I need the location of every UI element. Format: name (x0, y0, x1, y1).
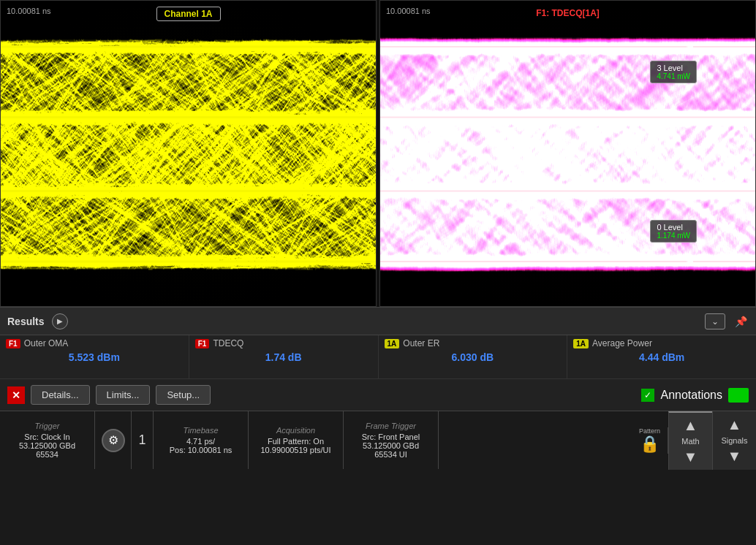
meas-outer-er-header: 1A Outer ER (385, 338, 562, 348)
signals-arrow-down: ▼ (727, 448, 742, 465)
meas-outer-oma-badge: F1 (6, 339, 20, 348)
signals-label: Signals (721, 436, 747, 445)
signals-button[interactable]: ▲ Signals ▼ (712, 411, 756, 470)
meas-avg-power: 1A Average Power 4.44 dBm (567, 335, 756, 378)
meas-tdecq-badge: F1 (195, 339, 210, 348)
math-label: Math (681, 437, 699, 446)
annotation-0level: 0 Level 1.174 mW (650, 220, 697, 243)
meas-outer-er-value: 6.030 dB (385, 351, 562, 363)
math-button[interactable]: ▲ Math ▼ (668, 411, 712, 470)
frame-trigger-section: Frame Trigger Src: Front Panel 53.125000… (344, 411, 439, 469)
channel2-canvas (380, 1, 755, 307)
timebase-section: Timebase 4.71 ps/ Pos: 10.00081 ns (154, 411, 249, 469)
results-panel: Results ▶ ⌄ 📌 F1 Outer OMA 5.523 dBm F1 … (0, 307, 756, 411)
channel1-label: Channel 1A (156, 7, 220, 21)
meas-avg-power-name: Average Power (592, 338, 652, 348)
error-icon[interactable]: ✕ (7, 386, 25, 404)
channel1-canvas (1, 1, 377, 307)
timebase-pos: Pos: 10.00081 ns (162, 446, 239, 454)
annotation-3level-value: 4.741 mW (657, 72, 690, 80)
meas-outer-oma: F1 Outer OMA 5.523 dBm (0, 335, 189, 378)
meas-tdecq-header: F1 TDECQ (195, 338, 372, 348)
annotation-3level: 3 Level 4.741 mW (650, 61, 697, 83)
annotation-0level-title: 0 Level (657, 223, 690, 232)
math-arrow-up: ▲ (684, 417, 698, 434)
gear-icon: ⚙ (102, 429, 125, 452)
meas-outer-oma-name: Outer OMA (24, 338, 69, 348)
annotations-color-swatch (728, 388, 749, 403)
pattern-label: Pattern (639, 427, 660, 435)
bottom-buttons: ✕ Details... Limits... Setup... ✓ Annota… (0, 379, 756, 411)
signals-arrow-up: ▲ (727, 416, 742, 433)
meas-avg-power-value: 4.44 dBm (573, 351, 750, 363)
meas-avg-power-badge: 1A (573, 339, 589, 348)
measurements-row: F1 Outer OMA 5.523 dBm F1 TDECQ 1.74 dB … (0, 335, 756, 379)
frame-trigger-src: Src: Front Panel (352, 432, 429, 441)
right-controls: Pattern 🔒 ▲ Math ▼ ▲ Signals ▼ (632, 411, 756, 469)
timebase-ps: 4.71 ps/ (162, 437, 239, 446)
annotations-section: ✓ Annotations (641, 388, 749, 403)
annotation-3level-title: 3 Level (657, 64, 690, 72)
annotation-0level-value: 1.174 mW (657, 232, 690, 240)
collapse-button[interactable]: ⌄ (705, 313, 725, 329)
meas-outer-oma-value: 5.523 dBm (6, 351, 183, 363)
play-button[interactable]: ▶ (52, 313, 68, 329)
trigger-section: Trigger Src: Clock In 53.125000 GBd 6553… (0, 411, 95, 469)
meas-outer-er-name: Outer ER (403, 338, 439, 348)
frame-trigger-freq: 53.125000 GBd (352, 441, 429, 450)
acquisition-mode: Full Pattern: On (257, 437, 334, 446)
channel2-time-label: 10.00081 ns (386, 7, 431, 15)
meas-tdecq: F1 TDECQ 1.74 dB (189, 335, 379, 378)
details-button[interactable]: Details... (31, 385, 90, 405)
meas-tdecq-name: TDECQ (213, 338, 243, 348)
meas-avg-power-header: 1A Average Power (573, 338, 750, 348)
display-area: 10.00081 ns Channel 1A 10.00081 ns F1: T… (0, 0, 756, 307)
timebase-title: Timebase (162, 426, 239, 435)
meas-tdecq-value: 1.74 dB (195, 351, 372, 363)
results-header: Results ▶ ⌄ 📌 (0, 308, 756, 335)
trigger-src: Src: Clock In (9, 432, 86, 441)
meas-outer-oma-header: F1 Outer OMA (6, 338, 183, 348)
channel1-display: 10.00081 ns Channel 1A (0, 0, 377, 307)
lock-section: Pattern 🔒 (632, 427, 668, 454)
meas-outer-er: 1A Outer ER 6.030 dB (379, 335, 568, 378)
math-arrow-down: ▼ (684, 449, 698, 465)
frame-trigger-title: Frame Trigger (352, 422, 429, 430)
acquisition-section: Acquisition Full Pattern: On 10.99000519… (249, 411, 344, 469)
meas-outer-er-badge: 1A (385, 339, 400, 348)
trigger-settings-button[interactable]: ⚙ (95, 411, 132, 469)
setup-button[interactable]: Setup... (156, 385, 211, 405)
lock-icon: 🔒 (640, 435, 659, 454)
trigger-number: 1 (132, 411, 154, 469)
annotations-checkbox[interactable]: ✓ (641, 389, 654, 402)
pin-button[interactable]: 📌 (733, 313, 749, 329)
annotations-label: Annotations (660, 389, 722, 402)
acquisition-title: Acquisition (257, 426, 334, 435)
channel2-label: F1: TDECQ[1A] (529, 7, 607, 20)
channel1-time-label: 10.00081 ns (7, 7, 51, 15)
frame-trigger-ui: 65534 UI (352, 450, 429, 459)
trigger-title: Trigger (9, 422, 86, 430)
channel2-display: 10.00081 ns F1: TDECQ[1A] 3 Level 4.741 … (379, 0, 756, 307)
acquisition-pts: 10.99000519 pts/UI (257, 446, 334, 454)
results-title: Results (7, 316, 45, 327)
status-bar: Trigger Src: Clock In 53.125000 GBd 6553… (0, 411, 756, 469)
limits-button[interactable]: Limits... (96, 385, 151, 405)
trigger-count: 65534 (9, 450, 86, 459)
trigger-freq: 53.125000 GBd (9, 441, 86, 450)
